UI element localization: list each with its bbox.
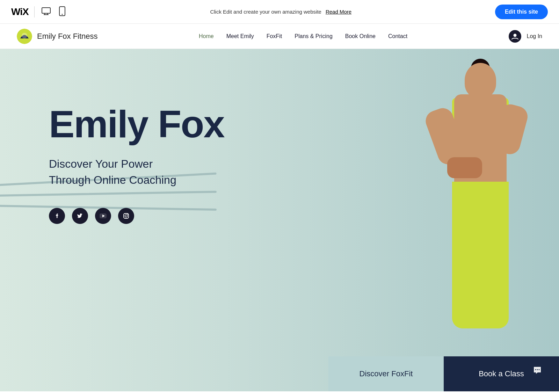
svg-rect-0 — [42, 8, 50, 13]
social-icons-row — [49, 208, 224, 224]
chat-icon — [532, 365, 542, 375]
hero-subtitle-line2: Through Online Coaching — [49, 174, 176, 186]
wix-promo-area: Click Edit and create your own amazing w… — [210, 9, 351, 15]
cta-buttons-row: Discover FoxFit Book a Class — [328, 356, 559, 391]
youtube-link[interactable] — [95, 208, 111, 224]
site-logo-area: Emily Fox Fitness — [17, 29, 98, 44]
login-button[interactable]: Log In — [527, 33, 542, 39]
svg-point-7 — [22, 33, 27, 38]
wix-bar-right: Edit this site — [495, 5, 548, 19]
person-icon — [511, 32, 519, 40]
svg-point-16 — [539, 369, 540, 370]
svg-point-15 — [537, 369, 538, 370]
wix-bar-divider — [34, 6, 35, 17]
monitor-icon — [42, 7, 51, 15]
user-avatar-icon — [509, 30, 521, 43]
mobile-view-button[interactable] — [58, 5, 67, 19]
facebook-icon — [53, 212, 60, 219]
hero-title: Emily Fox — [49, 105, 224, 143]
svg-point-5 — [61, 14, 63, 15]
nav-contact[interactable]: Contact — [388, 33, 407, 39]
nav-book-online[interactable]: Book Online — [345, 33, 376, 39]
nav-right: Log In — [509, 30, 542, 43]
site-nav: Home Meet Emily FoxFit Plans & Pricing B… — [199, 33, 407, 39]
facebook-link[interactable] — [49, 208, 65, 224]
svg-point-12 — [125, 215, 128, 217]
wix-promo-text: Click Edit and create your own amazing w… — [210, 9, 321, 15]
wix-top-bar: WiX Click Edit and create your own amazi… — [0, 0, 559, 24]
nav-meet-emily[interactable]: Meet Emily — [226, 33, 254, 39]
discover-foxfit-button[interactable]: Discover FoxFit — [328, 356, 444, 391]
svg-point-8 — [513, 34, 516, 37]
youtube-icon — [99, 213, 107, 219]
figure-leggings — [452, 182, 509, 328]
logo-svg — [17, 29, 32, 44]
nav-home[interactable]: Home — [199, 33, 214, 39]
site-header: Emily Fox Fitness Home Meet Emily FoxFit… — [0, 24, 559, 49]
figure-hands — [447, 157, 482, 178]
wix-bar-left: WiX — [11, 5, 67, 19]
site-logo-icon — [17, 29, 32, 44]
mobile-icon — [59, 6, 65, 16]
nav-foxfit[interactable]: FoxFit — [267, 33, 282, 39]
instagram-icon — [123, 212, 130, 219]
wix-logo: WiX — [11, 6, 29, 17]
nav-plans-pricing[interactable]: Plans & Pricing — [295, 33, 333, 39]
instagram-link[interactable] — [118, 208, 134, 224]
site-logo-text: Emily Fox Fitness — [37, 32, 98, 41]
hero-subtitle: Discover Your Power Through Online Coach… — [49, 156, 224, 188]
twitter-link[interactable] — [72, 208, 88, 224]
edit-site-button[interactable]: Edit this site — [495, 5, 548, 19]
hero-subtitle-line1: Discover Your Power — [49, 158, 153, 170]
hero-section: Emily Fox Discover Your Power Through On… — [0, 49, 559, 391]
svg-point-13 — [127, 214, 128, 215]
chat-button[interactable] — [527, 360, 548, 381]
figure-head — [465, 63, 496, 98]
desktop-view-button[interactable] — [40, 6, 52, 17]
twitter-icon — [77, 212, 84, 219]
hero-content: Emily Fox Discover Your Power Through On… — [0, 77, 224, 224]
wix-read-more-link[interactable]: Read More — [326, 9, 351, 15]
svg-point-14 — [535, 369, 536, 370]
athlete-figure — [398, 56, 545, 342]
